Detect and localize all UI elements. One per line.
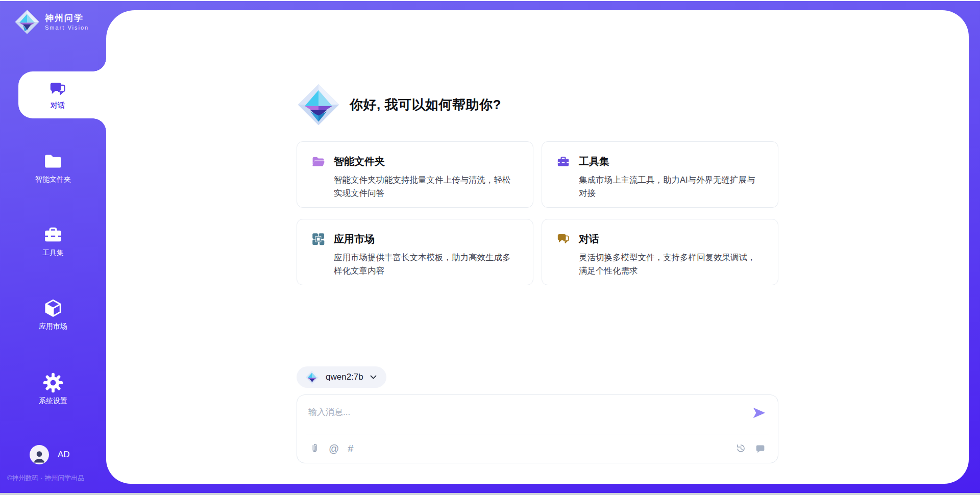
composer-right-tools — [736, 443, 766, 454]
greeting-title: 你好, 我可以如何帮助你? — [350, 96, 501, 114]
paperclip-icon — [309, 443, 320, 454]
card-description: 集成市场上主流工具，助力AI与外界无缝扩展与对接 — [579, 174, 763, 200]
card-title: 工具集 — [579, 155, 609, 168]
apps-grid-icon — [311, 232, 325, 246]
brand-logo-row: 神州问学 Smart Vision — [14, 9, 89, 35]
hashtag-button[interactable]: # — [348, 443, 353, 454]
card-chat[interactable]: 对话 灵活切换多模型文件，支持多样回复效果调试，满足个性化需求 — [542, 219, 778, 285]
chevron-down-icon — [370, 375, 377, 379]
toolbox-icon — [43, 225, 63, 245]
model-name: qwen2:7b — [326, 372, 363, 382]
brand-subtitle: Smart Vision — [45, 24, 89, 31]
window-bottom-edge — [0, 493, 980, 495]
card-smart-folder[interactable]: 智能文件夹 智能文件夹功能支持批量文件上传与清洗，轻松实现文件问答 — [297, 141, 533, 208]
chat-icon — [48, 80, 67, 98]
sidebar-item-label: 应用市场 — [39, 322, 67, 331]
card-description: 灵活切换多模型文件，支持多样回复效果调试，满足个性化需求 — [579, 251, 763, 277]
sidebar-item-chat[interactable]: 对话 — [0, 71, 106, 118]
avatar — [30, 445, 49, 464]
chat-icon — [556, 232, 570, 246]
cube-icon — [43, 298, 63, 318]
sidebar: 神州问学 Smart Vision 对话 智能文件夹 — [0, 0, 106, 495]
sidebar-item-toolset[interactable]: 工具集 — [0, 225, 106, 258]
card-description: 智能文件夹功能支持批量文件上传与清洗，轻松实现文件问答 — [334, 174, 518, 200]
card-toolset[interactable]: 工具集 集成市场上主流工具，助力AI与外界无缝扩展与对接 — [542, 141, 778, 208]
copyright-text: ©神州数码 · 神州问学出品 — [7, 474, 106, 483]
card-description: 应用市场提供丰富长文本模板，助力高效生成多样化文章内容 — [334, 251, 518, 277]
message-input[interactable] — [308, 403, 742, 422]
main-panel: 你好, 我可以如何帮助你? 智能文件夹 智能文件夹功能支持批量文件上传与清洗，轻… — [106, 10, 969, 484]
brand-diamond-icon — [14, 9, 40, 35]
mention-button[interactable]: @ — [329, 443, 339, 454]
brand-text: 神州问学 Smart Vision — [45, 13, 89, 31]
model-selector-row: qwen2:7b — [297, 366, 778, 388]
gear-icon — [43, 373, 63, 393]
sidebar-item-app-market[interactable]: 应用市场 — [0, 298, 106, 331]
card-title: 应用市场 — [334, 232, 375, 246]
user-profile[interactable]: AD — [30, 445, 70, 464]
model-selector[interactable]: qwen2:7b — [297, 366, 386, 388]
greeting: 你好, 我可以如何帮助你? — [297, 83, 778, 127]
model-diamond-icon — [305, 370, 319, 384]
sidebar-item-label: 对话 — [51, 101, 65, 110]
brand-name: 神州问学 — [45, 13, 89, 23]
assistant-diamond-icon — [297, 83, 340, 127]
user-initials: AD — [58, 450, 70, 460]
window-top-edge — [0, 0, 980, 1]
sidebar-item-smart-folder[interactable]: 智能文件夹 — [0, 151, 106, 184]
folder-icon — [43, 151, 63, 171]
send-icon[interactable] — [751, 405, 767, 420]
sidebar-item-settings[interactable]: 系统设置 — [0, 373, 106, 406]
card-app-market[interactable]: 应用市场 应用市场提供丰富长文本模板，助力高效生成多样化文章内容 — [297, 219, 533, 285]
toolbox-icon — [556, 155, 570, 168]
chat-bubble-icon — [755, 443, 766, 454]
sidebar-item-label: 智能文件夹 — [35, 175, 71, 184]
history-clock-icon — [736, 443, 746, 454]
message-composer: @ # — [297, 394, 778, 463]
sidebar-item-label: 系统设置 — [39, 397, 67, 406]
feature-cards: 智能文件夹 智能文件夹功能支持批量文件上传与清洗，轻松实现文件问答 — [297, 141, 778, 285]
composer-left-tools: @ # — [309, 443, 353, 454]
sidebar-item-label: 工具集 — [42, 249, 64, 258]
card-title: 对话 — [579, 232, 599, 246]
card-title: 智能文件夹 — [334, 155, 385, 168]
person-icon — [32, 448, 47, 464]
history-button[interactable] — [736, 443, 746, 454]
attachment-button[interactable] — [309, 443, 320, 454]
open-folder-icon — [311, 155, 325, 168]
chat-bubble-button[interactable] — [755, 443, 766, 454]
